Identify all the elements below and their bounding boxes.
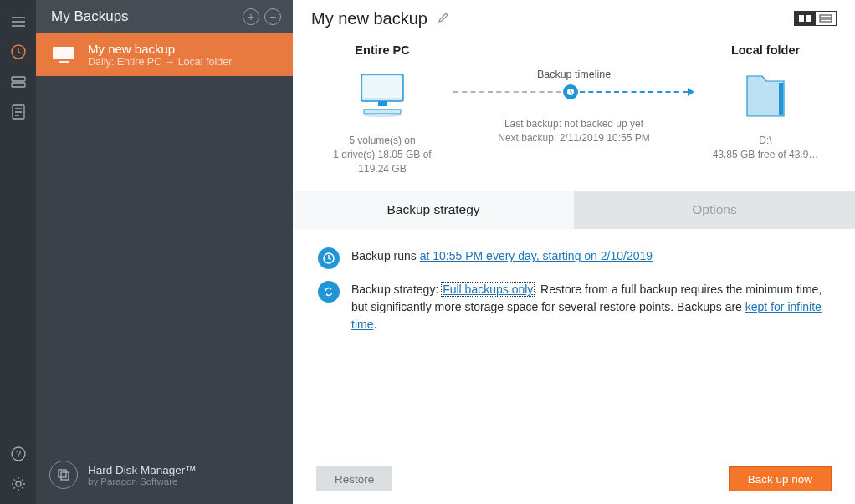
restore-button[interactable]: Restore: [316, 466, 392, 491]
backup-overview: Entire PC 5 volume(s) on 1 drive(s) 18.0…: [293, 37, 855, 191]
svg-rect-2: [12, 83, 25, 87]
tabs: Backup strategy Options: [293, 191, 855, 229]
recycle-icon: [318, 281, 340, 303]
svg-rect-12: [806, 15, 811, 22]
product-vendor: by Paragon Software: [88, 476, 197, 486]
folder-icon: [742, 64, 789, 130]
pc-icon: [353, 64, 412, 130]
svg-rect-7: [53, 47, 74, 59]
product-logo-icon: [49, 461, 78, 489]
remove-backup-button[interactable]: −: [264, 8, 281, 25]
edit-title-icon[interactable]: [438, 11, 450, 27]
destination-column[interactable]: Local folder D:\ 43.85 GB free of 43.9…: [694, 43, 837, 176]
svg-text:?: ?: [15, 449, 20, 459]
reports-nav-icon[interactable]: [0, 97, 36, 127]
timeline-column: Backup timeline Last backup: not backed …: [453, 43, 694, 176]
view-toggle: [795, 11, 837, 26]
arrow-right-icon: [688, 88, 694, 96]
tab-backup-strategy[interactable]: Backup strategy: [293, 191, 574, 229]
sidebar-title: My Backups: [51, 8, 238, 25]
destination-free: 43.85 GB free of 43.9…: [713, 148, 819, 162]
nav-rail: ?: [0, 0, 36, 504]
schedule-text: Backup runs at 10:55 PM every day, start…: [351, 247, 830, 269]
strategy-type-link[interactable]: Full backups only: [442, 283, 534, 296]
source-label: Entire PC: [355, 43, 409, 57]
product-name: Hard Disk Manager™: [88, 464, 197, 476]
drives-nav-icon[interactable]: [0, 67, 36, 97]
sidebar-footer: Hard Disk Manager™ by Paragon Software: [36, 445, 293, 504]
svg-rect-17: [378, 101, 387, 106]
svg-rect-18: [364, 109, 401, 114]
tab-options[interactable]: Options: [574, 191, 855, 229]
menu-icon[interactable]: [0, 7, 36, 37]
svg-rect-14: [820, 19, 832, 22]
svg-point-6: [16, 481, 21, 486]
source-column[interactable]: Entire PC 5 volume(s) on 1 drive(s) 18.0…: [311, 43, 453, 176]
source-info-1: 5 volume(s) on: [333, 134, 431, 148]
backup-now-button[interactable]: Back up now: [729, 466, 832, 491]
main-footer: Restore Back up now: [293, 454, 855, 504]
view-card-button[interactable]: [794, 11, 816, 26]
source-info-2: 1 drive(s) 18.05 GB of: [333, 148, 431, 162]
destination-path: D:\: [713, 134, 819, 148]
backup-job-item[interactable]: My new backup Daily: Entire PC → Local f…: [36, 33, 293, 76]
backup-job-name: My new backup: [88, 42, 232, 56]
main-panel: My new backup Entire PC: [293, 0, 855, 504]
svg-rect-9: [59, 470, 66, 477]
sidebar: My Backups + − My new backup Daily: Enti…: [36, 0, 293, 504]
timeline-label: Backup timeline: [537, 69, 611, 80]
next-backup-text: Next backup: 2/11/2019 10:55 PM: [498, 131, 649, 145]
svg-rect-8: [59, 61, 69, 63]
backups-nav-icon[interactable]: [0, 37, 36, 67]
monitor-icon: [49, 43, 78, 67]
schedule-link[interactable]: at 10:55 PM every day, starting on 2/10/…: [420, 249, 653, 262]
svg-rect-13: [820, 15, 832, 18]
svg-rect-21: [779, 83, 783, 115]
strategy-body: Backup runs at 10:55 PM every day, start…: [293, 229, 855, 454]
strategy-text: Backup strategy: Full backups only. Rest…: [351, 281, 830, 333]
last-backup-text: Last backup: not backed up yet: [498, 117, 649, 131]
view-list-button[interactable]: [815, 11, 837, 26]
settings-icon[interactable]: [0, 469, 36, 499]
svg-point-19: [362, 114, 402, 117]
svg-rect-10: [61, 472, 69, 480]
add-backup-button[interactable]: +: [243, 8, 259, 25]
timeline-marker-icon: [563, 84, 578, 99]
help-icon[interactable]: ?: [0, 439, 36, 469]
svg-rect-11: [799, 15, 804, 22]
sidebar-header: My Backups + −: [36, 0, 293, 33]
page-title: My new backup: [311, 9, 428, 28]
timeline-graphic[interactable]: [453, 84, 694, 100]
clock-icon: [318, 247, 340, 269]
destination-label: Local folder: [731, 43, 800, 57]
backup-job-desc: Daily: Entire PC → Local folder: [88, 56, 232, 68]
svg-rect-1: [12, 77, 25, 81]
svg-rect-16: [363, 76, 402, 98]
source-info-3: 119.24 GB: [333, 162, 431, 176]
